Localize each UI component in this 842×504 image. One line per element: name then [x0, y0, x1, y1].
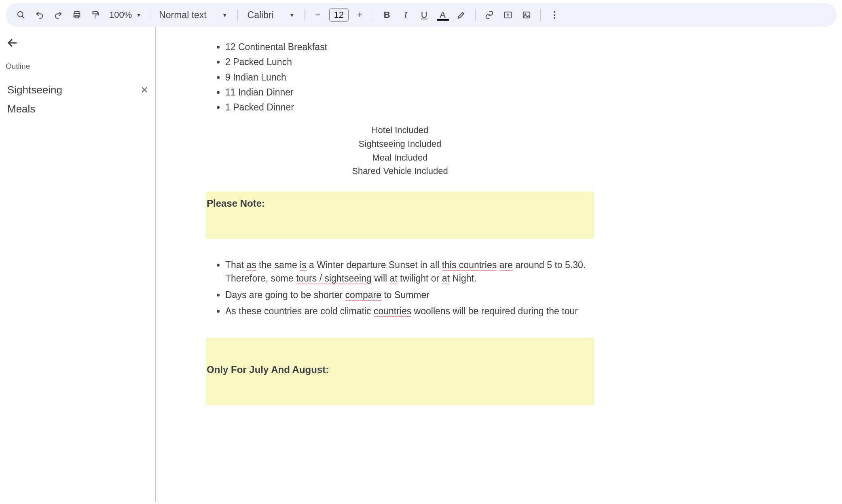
outline-item-meals[interactable]: Meals — [6, 100, 150, 119]
document-area[interactable]: 12 Continental Breakfast 2 Packed Lunch … — [155, 27, 842, 502]
undo-icon[interactable] — [32, 7, 48, 23]
font-family-label: Calibri — [248, 10, 274, 21]
spellcheck-underline[interactable]: at — [390, 273, 398, 284]
outline-item-label: Meals — [7, 103, 35, 115]
zoom-value: 100% — [109, 10, 132, 20]
only-for-box[interactable]: Only For July And August: — [206, 338, 594, 405]
spellcheck-underline[interactable]: is — [300, 260, 307, 271]
spellcheck-underline[interactable]: are — [499, 260, 513, 271]
list-item[interactable]: Days are going to be shorter compare to … — [225, 288, 594, 303]
grammar-underline[interactable]: at — [442, 273, 450, 284]
paragraph-style-label: Normal text — [159, 10, 207, 21]
font-size-input[interactable] — [329, 8, 349, 22]
text-color-swatch — [437, 19, 449, 21]
more-options-button[interactable]: ⋮ — [546, 7, 563, 23]
svg-rect-9 — [523, 12, 530, 18]
increase-font-size-button[interactable]: + — [353, 8, 367, 22]
meals-list: 12 Continental Breakfast 2 Packed Lunch … — [206, 40, 594, 115]
list-item[interactable]: 11 Indian Dinner — [225, 85, 594, 100]
redo-icon[interactable] — [50, 7, 66, 23]
please-note-box[interactable]: Please Note: — [206, 192, 594, 239]
print-icon[interactable] — [69, 7, 85, 23]
separator — [237, 9, 238, 21]
font-family-dropdown[interactable]: Calibri ▼ — [243, 10, 299, 21]
zoom-dropdown[interactable]: 100% ▼ — [106, 10, 143, 20]
inclusion-line: Meal Included — [206, 151, 594, 165]
only-for-header: Only For July And August: — [206, 363, 594, 377]
list-item[interactable]: As these countries are cold climatic cou… — [225, 304, 594, 319]
spellcheck-underline[interactable]: compare — [345, 290, 381, 301]
chevron-down-icon: ▼ — [222, 12, 228, 18]
spellcheck-underline[interactable]: this countries — [442, 260, 497, 271]
paragraph-style-dropdown[interactable]: Normal text ▼ — [155, 10, 231, 21]
list-item[interactable]: 2 Packed Lunch — [225, 55, 594, 70]
add-comment-button[interactable] — [500, 7, 516, 23]
svg-line-1 — [22, 16, 25, 19]
list-item[interactable]: 12 Continental Breakfast — [225, 40, 594, 55]
spellcheck-underline[interactable]: countries — [374, 306, 411, 317]
italic-button[interactable]: I — [398, 7, 414, 23]
separator — [305, 9, 305, 21]
inclusions-block[interactable]: Hotel Included Sightseeing Included Meal… — [206, 123, 594, 178]
bold-button[interactable]: B — [379, 7, 395, 23]
remove-outline-item-button[interactable]: ✕ — [141, 85, 148, 95]
underline-button[interactable]: U — [416, 7, 432, 23]
separator — [373, 9, 373, 21]
please-note-header: Please Note: — [206, 197, 594, 211]
insert-image-button[interactable] — [518, 7, 535, 23]
spellcheck-underline[interactable]: as — [246, 260, 256, 271]
notes-list: That as the same is a Winter departure S… — [206, 258, 594, 319]
outline-item-sightseeing[interactable]: Sightseeing ✕ — [6, 80, 150, 100]
svg-rect-5 — [93, 12, 97, 14]
list-item[interactable]: 1 Packed Dinner — [225, 100, 594, 115]
outline-pane: Outline Sightseeing ✕ Meals — [0, 27, 155, 502]
outline-title: Outline — [6, 62, 150, 71]
inclusion-line: Shared Vehicle Included — [206, 164, 594, 178]
list-item[interactable]: 9 Indian Lunch — [225, 70, 594, 85]
chevron-down-icon: ▼ — [289, 12, 295, 18]
collapse-outline-button[interactable] — [6, 36, 150, 52]
separator — [540, 9, 541, 21]
inclusion-line: Hotel Included — [206, 123, 594, 137]
search-icon[interactable] — [13, 7, 29, 23]
paint-format-icon[interactable] — [87, 7, 104, 23]
decrease-font-size-button[interactable]: − — [311, 8, 325, 22]
text-color-button[interactable]: A — [435, 7, 451, 23]
svg-point-0 — [18, 12, 23, 17]
list-item[interactable]: That as the same is a Winter departure S… — [225, 258, 594, 286]
toolbar: 100% ▼ Normal text ▼ Calibri ▼ − + B I U… — [6, 3, 836, 27]
spellcheck-underline[interactable]: tours / sightseeing — [296, 273, 372, 284]
chevron-down-icon: ▼ — [136, 12, 142, 18]
insert-link-button[interactable] — [481, 7, 497, 23]
separator — [149, 9, 149, 21]
inclusion-line: Sightseeing Included — [206, 137, 594, 151]
font-size-control: − + — [311, 8, 367, 22]
separator — [475, 9, 476, 21]
outline-item-label: Sightseeing — [7, 84, 62, 96]
document-page[interactable]: 12 Continental Breakfast 2 Packed Lunch … — [206, 40, 594, 405]
highlight-color-button[interactable] — [453, 7, 470, 23]
